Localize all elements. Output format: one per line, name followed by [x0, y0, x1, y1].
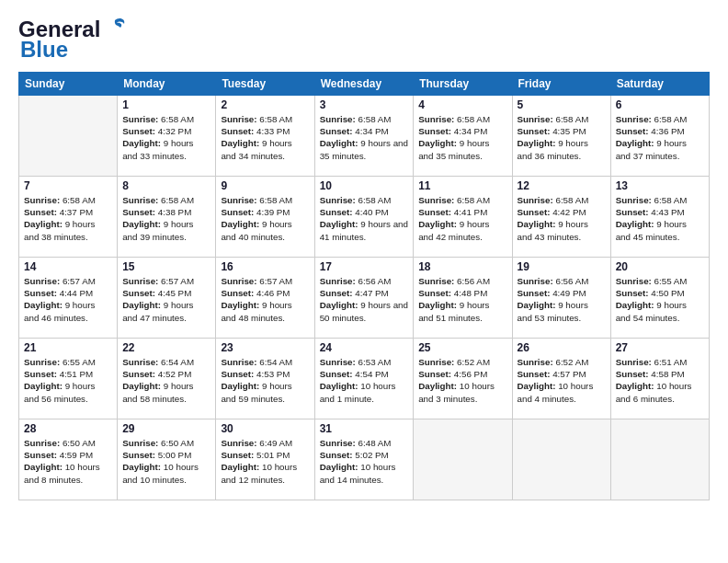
sunset-label: Sunset: 4:34 PM: [320, 126, 389, 136]
day-info: Sunrise: 6:51 AMSunset: 4:58 PMDaylight:…: [616, 356, 704, 405]
day-number: 1: [122, 98, 210, 111]
calendar-cell: 15Sunrise: 6:57 AMSunset: 4:45 PMDayligh…: [118, 258, 216, 339]
daylight-label: Daylight: 9 hours and 58 minutes.: [122, 381, 193, 403]
day-info: Sunrise: 6:52 AMSunset: 4:56 PMDaylight:…: [418, 356, 506, 405]
sunrise-label: Sunrise: 6:49 AM: [221, 438, 292, 448]
header-friday: Friday: [512, 73, 610, 96]
sunrise-label: Sunrise: 6:53 AM: [320, 357, 392, 367]
weekday-header-row: Sunday Monday Tuesday Wednesday Thursday…: [19, 73, 710, 96]
sunset-label: Sunset: 5:00 PM: [122, 450, 191, 460]
sunrise-label: Sunrise: 6:50 AM: [24, 438, 96, 448]
daylight-label: Daylight: 10 hours and 4 minutes.: [518, 381, 594, 403]
day-info: Sunrise: 6:56 AMSunset: 4:49 PMDaylight:…: [518, 275, 606, 324]
sunset-label: Sunset: 5:02 PM: [320, 450, 389, 460]
day-number: 7: [24, 179, 112, 192]
header-sunday: Sunday: [19, 73, 118, 96]
daylight-label: Daylight: 9 hours and 33 minutes.: [122, 138, 193, 160]
day-info: Sunrise: 6:55 AMSunset: 4:51 PMDaylight:…: [24, 356, 112, 405]
sunrise-label: Sunrise: 6:56 AM: [518, 276, 589, 286]
sunset-label: Sunset: 4:52 PM: [122, 369, 191, 379]
day-number: 10: [320, 179, 409, 192]
daylight-label: Daylight: 10 hours and 6 minutes.: [616, 381, 692, 403]
daylight-label: Daylight: 10 hours and 14 minutes.: [320, 462, 396, 484]
day-info: Sunrise: 6:58 AMSunset: 4:34 PMDaylight:…: [320, 113, 409, 162]
sunset-label: Sunset: 4:43 PM: [616, 207, 685, 217]
day-info: Sunrise: 6:58 AMSunset: 4:40 PMDaylight:…: [320, 194, 409, 243]
calendar-cell: 7Sunrise: 6:58 AMSunset: 4:37 PMDaylight…: [19, 177, 118, 258]
day-number: 4: [418, 98, 506, 111]
daylight-label: Daylight: 9 hours and 39 minutes.: [122, 219, 193, 241]
day-number: 29: [122, 422, 210, 435]
daylight-label: Daylight: 9 hours and 53 minutes.: [518, 300, 588, 322]
day-info: Sunrise: 6:58 AMSunset: 4:37 PMDaylight:…: [24, 194, 112, 243]
day-number: 17: [320, 260, 409, 273]
day-info: Sunrise: 6:58 AMSunset: 4:43 PMDaylight:…: [616, 194, 704, 243]
day-info: Sunrise: 6:58 AMSunset: 4:35 PMDaylight:…: [518, 113, 606, 162]
sunset-label: Sunset: 4:51 PM: [24, 369, 93, 379]
calendar-cell: [512, 419, 610, 500]
sunrise-label: Sunrise: 6:58 AM: [418, 114, 490, 124]
header-wednesday: Wednesday: [314, 73, 414, 96]
day-info: Sunrise: 6:58 AMSunset: 4:36 PMDaylight:…: [616, 113, 704, 162]
sunset-label: Sunset: 4:42 PM: [518, 207, 586, 217]
day-number: 14: [24, 260, 112, 273]
sunrise-label: Sunrise: 6:55 AM: [616, 276, 688, 286]
day-number: 5: [518, 98, 606, 111]
day-number: 19: [518, 260, 606, 273]
day-number: 8: [122, 179, 210, 192]
calendar-cell: 20Sunrise: 6:55 AMSunset: 4:50 PMDayligh…: [610, 258, 709, 339]
calendar-week-row: 14Sunrise: 6:57 AMSunset: 4:44 PMDayligh…: [19, 258, 710, 339]
day-number: 22: [122, 341, 210, 354]
day-number: 26: [518, 341, 606, 354]
calendar-cell: 6Sunrise: 6:58 AMSunset: 4:36 PMDaylight…: [610, 96, 709, 177]
sunrise-label: Sunrise: 6:58 AM: [221, 195, 292, 205]
calendar-cell: 27Sunrise: 6:51 AMSunset: 4:58 PMDayligh…: [610, 339, 709, 419]
calendar-cell: 13Sunrise: 6:58 AMSunset: 4:43 PMDayligh…: [610, 177, 709, 258]
logo-bird-icon: [102, 15, 128, 40]
calendar-cell: 18Sunrise: 6:56 AMSunset: 4:48 PMDayligh…: [414, 258, 512, 339]
sunrise-label: Sunrise: 6:57 AM: [24, 276, 96, 286]
calendar-cell: 14Sunrise: 6:57 AMSunset: 4:44 PMDayligh…: [19, 258, 118, 339]
day-info: Sunrise: 6:58 AMSunset: 4:38 PMDaylight:…: [122, 194, 210, 243]
sunset-label: Sunset: 4:50 PM: [616, 288, 685, 298]
sunset-label: Sunset: 4:39 PM: [221, 207, 290, 217]
day-info: Sunrise: 6:58 AMSunset: 4:42 PMDaylight:…: [518, 194, 606, 243]
sunset-label: Sunset: 4:57 PM: [518, 369, 586, 379]
calendar-week-row: 1Sunrise: 6:58 AMSunset: 4:32 PMDaylight…: [19, 96, 710, 177]
calendar-cell: 23Sunrise: 6:54 AMSunset: 4:53 PMDayligh…: [216, 339, 314, 419]
day-info: Sunrise: 6:57 AMSunset: 4:44 PMDaylight:…: [24, 275, 112, 324]
day-number: 25: [418, 341, 506, 354]
daylight-label: Daylight: 9 hours and 34 minutes.: [221, 138, 291, 160]
header: General Blue: [18, 17, 710, 63]
calendar-cell: 16Sunrise: 6:57 AMSunset: 4:46 PMDayligh…: [216, 258, 314, 339]
day-info: Sunrise: 6:50 AMSunset: 5:00 PMDaylight:…: [122, 437, 210, 486]
sunset-label: Sunset: 4:54 PM: [320, 369, 389, 379]
day-number: 30: [221, 422, 309, 435]
day-info: Sunrise: 6:57 AMSunset: 4:46 PMDaylight:…: [221, 275, 309, 324]
daylight-label: Daylight: 10 hours and 10 minutes.: [122, 462, 199, 484]
day-info: Sunrise: 6:54 AMSunset: 4:52 PMDaylight:…: [122, 356, 210, 405]
sunset-label: Sunset: 4:41 PM: [418, 207, 487, 217]
sunrise-label: Sunrise: 6:50 AM: [122, 438, 194, 448]
sunset-label: Sunset: 4:45 PM: [122, 288, 191, 298]
day-info: Sunrise: 6:54 AMSunset: 4:53 PMDaylight:…: [221, 356, 309, 405]
sunrise-label: Sunrise: 6:58 AM: [518, 195, 589, 205]
sunset-label: Sunset: 4:36 PM: [616, 126, 685, 136]
daylight-label: Daylight: 9 hours and 48 minutes.: [221, 300, 291, 322]
daylight-label: Daylight: 9 hours and 40 minutes.: [221, 219, 291, 241]
day-info: Sunrise: 6:56 AMSunset: 4:47 PMDaylight:…: [320, 275, 409, 324]
calendar-cell: 3Sunrise: 6:58 AMSunset: 4:34 PMDaylight…: [314, 96, 414, 177]
daylight-label: Daylight: 10 hours and 12 minutes.: [221, 462, 297, 484]
daylight-label: Daylight: 10 hours and 8 minutes.: [24, 462, 100, 484]
sunset-label: Sunset: 4:46 PM: [221, 288, 290, 298]
calendar-cell: 31Sunrise: 6:48 AMSunset: 5:02 PMDayligh…: [314, 419, 414, 500]
calendar-cell: 26Sunrise: 6:52 AMSunset: 4:57 PMDayligh…: [512, 339, 610, 419]
calendar-cell: 8Sunrise: 6:58 AMSunset: 4:38 PMDaylight…: [118, 177, 216, 258]
daylight-label: Daylight: 9 hours and 42 minutes.: [418, 219, 489, 241]
sunrise-label: Sunrise: 6:57 AM: [122, 276, 194, 286]
daylight-label: Daylight: 9 hours and 59 minutes.: [221, 381, 291, 403]
day-number: 11: [418, 179, 506, 192]
day-number: 24: [320, 341, 409, 354]
sunset-label: Sunset: 4:33 PM: [221, 126, 290, 136]
daylight-label: Daylight: 9 hours and 43 minutes.: [518, 219, 588, 241]
